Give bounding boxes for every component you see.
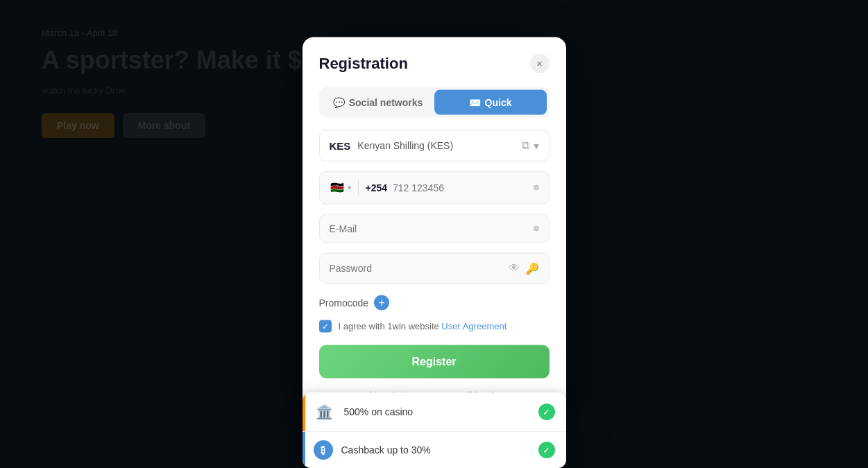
registration-tabs: 💬 Social networks ✉️ Quick — [319, 87, 550, 117]
promocode-row: Promocode + — [319, 295, 550, 310]
modal-header: Registration × — [319, 53, 550, 73]
currency-icons: ⧉ ▾ — [522, 139, 539, 152]
promo-strip-orange — [303, 392, 305, 431]
currency-selector[interactable]: KES Kenyan Shilling (KES) ⧉ ▾ — [319, 130, 550, 161]
email-required-indicator — [534, 225, 539, 231]
promo-cashback: ₿ Cashback up to 30% ✓ — [303, 432, 566, 468]
promo-casino: 🏛️ 500% on casino ✓ — [303, 392, 566, 432]
key-icon[interactable]: 🔑 — [525, 261, 539, 275]
promo-casino-text: 500% on casino — [344, 406, 538, 417]
phone-code: +254 — [366, 182, 388, 193]
currency-code: KES — [330, 139, 351, 151]
email-icon: ✉️ — [469, 96, 481, 107]
chat-icon: 💬 — [333, 96, 345, 107]
user-agreement-link[interactable]: User Agreement — [441, 321, 507, 331]
promo-cashback-check: ✓ — [538, 442, 555, 458]
registration-modal: Registration × 💬 Social networks ✉️ Quic… — [303, 37, 566, 416]
phone-required-indicator — [534, 184, 539, 190]
flag-icon: 🇰🇪 — [330, 180, 345, 195]
tab-quick-label: Quick — [485, 96, 512, 107]
promo-strip-blue — [303, 432, 305, 468]
copy-icon: ⧉ — [522, 139, 529, 152]
agreement-row: ✓ I agree with 1win website User Agreeme… — [319, 320, 550, 332]
tab-social-networks[interactable]: 💬 Social networks — [322, 89, 434, 114]
agreement-checkbox[interactable]: ✓ — [319, 320, 332, 332]
close-button[interactable]: × — [530, 53, 550, 73]
promo-banners: 🏛️ 500% on casino ✓ ₿ Cashback up to 30%… — [303, 392, 566, 468]
eye-icon[interactable]: 👁 — [509, 262, 520, 275]
agreement-prefix: I agree with 1win website — [339, 321, 442, 331]
add-promocode-button[interactable]: + — [374, 295, 389, 310]
phone-input[interactable] — [393, 182, 533, 193]
flag-chevron-icon: ▾ — [348, 184, 351, 191]
password-input[interactable] — [330, 263, 509, 274]
currency-name: Kenyan Shilling (KES) — [357, 140, 521, 151]
checkmark-icon: ✓ — [322, 321, 329, 331]
phone-input-wrapper: 🇰🇪 ▾ +254 — [319, 171, 550, 204]
modal-title: Registration — [319, 54, 408, 72]
tab-quick[interactable]: ✉️ Quick — [434, 89, 547, 114]
country-flag-selector[interactable]: 🇰🇪 ▾ — [330, 180, 359, 195]
password-icons: 👁 🔑 — [509, 261, 539, 275]
casino-icon: 🏛️ — [314, 401, 336, 423]
promo-casino-check: ✓ — [538, 404, 555, 420]
agreement-text: I agree with 1win website User Agreement — [339, 321, 507, 331]
promocode-label: Promocode — [319, 297, 369, 308]
email-input[interactable] — [330, 223, 534, 234]
cashback-icon: ₿ — [314, 440, 333, 460]
chevron-down-icon: ▾ — [534, 139, 539, 152]
register-button[interactable]: Register — [319, 345, 550, 378]
email-input-wrapper — [319, 214, 550, 243]
tab-social-label: Social networks — [349, 96, 423, 107]
password-input-wrapper: 👁 🔑 — [319, 252, 550, 284]
promo-cashback-text: Cashback up to 30% — [341, 444, 538, 456]
